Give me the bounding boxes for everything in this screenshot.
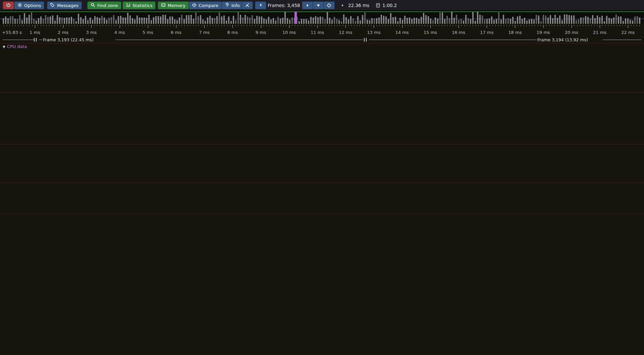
memory-usage-graph <box>0 0 644 355</box>
capture-time-label: 1:00.2 <box>382 3 397 8</box>
find-zone-button[interactable]: Find zone <box>87 1 121 9</box>
tags-icon <box>50 3 55 8</box>
tools-button[interactable] <box>241 1 253 9</box>
statistics-button[interactable]: Statistics <box>122 1 156 9</box>
frames-count-label: Frames: 3,458 <box>268 3 300 8</box>
eye-icon <box>339 3 345 9</box>
memory-button[interactable]: Memory <box>158 1 189 9</box>
gear-icon <box>17 3 22 8</box>
sortb-icon <box>126 3 130 8</box>
power-button[interactable] <box>3 1 14 9</box>
view-span-label: 22.36 ms <box>348 3 369 8</box>
fp-icon <box>225 3 229 8</box>
next-frame-button[interactable] <box>302 1 313 9</box>
tools-icon <box>245 3 250 8</box>
tleft-icon <box>258 3 263 8</box>
mem-icon <box>161 3 166 8</box>
scale-icon <box>192 3 197 8</box>
power-icon <box>6 3 11 8</box>
frame-dropdown-button[interactable] <box>313 1 324 9</box>
options-button[interactable]: Options <box>14 1 44 9</box>
focus-frame-button[interactable] <box>323 1 335 9</box>
prev-frame-button[interactable] <box>255 1 266 9</box>
info-button[interactable]: Info <box>221 1 243 9</box>
search-icon <box>91 3 95 8</box>
database-icon <box>375 3 381 9</box>
messages-button[interactable]: Messages <box>47 1 82 9</box>
compare-button[interactable]: Compare <box>189 1 222 9</box>
toolbar: OptionsMessagesFind zoneStatisticsMemory… <box>0 0 644 11</box>
